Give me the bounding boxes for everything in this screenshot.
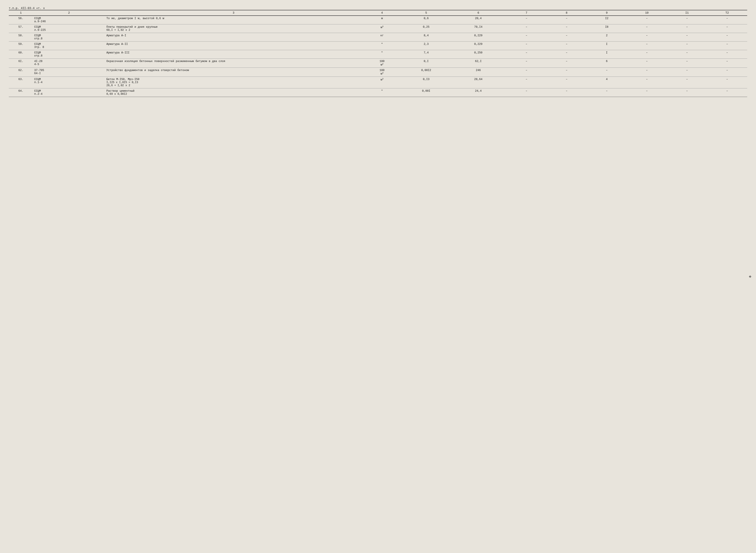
cell-col8: – [547, 88, 587, 97]
cell-col12: – [707, 42, 747, 50]
cell-unit: кг [362, 33, 402, 42]
cell-num: 6I. [9, 59, 33, 68]
table-row: 58. ССЦМотр.8 Арматура А-I кг 8,4 0,229 … [9, 33, 747, 42]
table-row: 6I. 4I-284-5 Окрасочная изоляция бетонны… [9, 59, 747, 68]
cell-col11: – [667, 24, 707, 33]
cell-code: ССЦМл.9-225 [33, 24, 105, 33]
cell-col9: 2 [587, 33, 627, 42]
cell-desc: Окрасочная изоляция бетонных поверхносте… [105, 59, 362, 68]
cell-col12: – [707, 33, 747, 42]
cell-desc: Бетон М-I50, Мрз-I50I,I25 x I,0I5 = 0,I3… [105, 77, 362, 88]
cell-col11: – [667, 88, 707, 97]
cell-num: 64. [9, 88, 33, 97]
cell-col7: – [506, 77, 546, 88]
col-header-7: 7 [506, 10, 546, 16]
cell-col5: 7,4 [402, 50, 450, 59]
col-header-8: 8 [547, 10, 587, 16]
cell-code: ССЦМотр.8 [33, 50, 105, 59]
column-headers: 1 2 3 4 5 6 7 8 9 10 I1 T2 [9, 10, 747, 16]
cell-col12: – [707, 16, 747, 24]
cell-col8: – [547, 59, 587, 68]
cell-code: ССЦМотр.8 [33, 33, 105, 42]
table-row: 56. ССЦМа.9-246 То же, диаметром I м, вы… [9, 16, 747, 24]
cell-col9: I2 [587, 16, 627, 24]
cell-col10: – [627, 50, 667, 59]
cell-col5: 0,I3 [402, 77, 450, 88]
main-table: 1 2 3 4 5 6 7 8 9 10 I1 T2 56. ССЦМа.9-2… [9, 10, 747, 97]
cell-col10: – [627, 16, 667, 24]
cell-col9: I [587, 42, 627, 50]
cell-col7: – [506, 68, 546, 77]
cell-col10: – [627, 88, 667, 97]
cell-col6: 0,229 [450, 42, 506, 50]
cell-col8: – [547, 33, 587, 42]
cell-col7: – [506, 16, 546, 24]
cell-col9: I [587, 50, 627, 59]
table-row: 63. ССЦМп.1-4 Бетон М-I50, Мрз-I50I,I25 … [9, 77, 747, 88]
cell-desc: То же, диаметром I м, высотой 0,6 м [105, 16, 362, 24]
cell-col8: – [547, 68, 587, 77]
cell-col8: – [547, 16, 587, 24]
cell-col11: – [667, 42, 707, 50]
cell-col5: 0,00I2 [402, 68, 450, 77]
cell-col8: – [547, 77, 587, 88]
cell-unit: 100м2 [362, 59, 402, 68]
cell-col6: 24,4 [450, 88, 506, 97]
cell-col11: – [667, 33, 707, 42]
cell-num: 62. [9, 68, 33, 77]
cell-col5: 0,25 [402, 24, 450, 33]
cell-num: 56. [9, 16, 33, 24]
cell-num: 63. [9, 77, 33, 88]
cell-col10: – [627, 42, 667, 50]
cell-desc: Арматура А-III [105, 50, 362, 59]
cell-code: ССЦМ3тр. 8 [33, 42, 105, 50]
cell-code: 37-70564-I [33, 68, 105, 77]
cell-col6: 0,250 [450, 50, 506, 59]
cell-col5: 2,3 [402, 42, 450, 50]
cell-col11: – [667, 16, 707, 24]
cell-col9: 4 [587, 77, 627, 88]
col-header-4: 4 [362, 10, 402, 16]
cell-unit: " [362, 88, 402, 97]
cell-col8: – [547, 50, 587, 59]
cell-code: ССЦМп.1-4 [33, 77, 105, 88]
cell-num: 58. [9, 33, 33, 42]
cell-unit: 100м3 [362, 68, 402, 77]
cell-unit: м [362, 16, 402, 24]
col-header-6: 6 [450, 10, 506, 16]
cell-col6: 70,I4 [450, 24, 506, 33]
cell-code: ССЦМа.9-246 [33, 16, 105, 24]
cell-col6: 62,I [450, 59, 506, 68]
col-header-10: 10 [627, 10, 667, 16]
cell-desc: Арматура А-II [105, 42, 362, 50]
cell-col5: 0,I [402, 59, 450, 68]
cell-col10: – [627, 77, 667, 88]
cell-col6: 0,229 [450, 33, 506, 42]
col-header-12: T2 [707, 10, 747, 16]
cell-unit: " [362, 42, 402, 50]
cell-col11: – [667, 68, 707, 77]
table-row: 59. ССЦМ3тр. 8 Арматура А-II " 2,3 0,229… [9, 42, 747, 50]
cell-desc: Раствор цементный0,69 x 0,00I2 [105, 88, 362, 97]
cell-col12: – [707, 68, 747, 77]
cell-code: 4I-284-5 [33, 59, 105, 68]
col-header-1: 1 [9, 10, 33, 16]
cell-desc: Плиты перекрытий и дния крупные60,I + I,… [105, 24, 362, 33]
cell-code: ССЦМп.2-4 [33, 88, 105, 97]
cell-col5: 0,00I [402, 88, 450, 97]
col-header-9: 9 [587, 10, 627, 16]
table-row: 64. ССЦМп.2-4 Раствор цементный0,69 x 0,… [9, 88, 747, 97]
cell-col7: – [506, 59, 546, 68]
cell-col10: – [627, 33, 667, 42]
table-row: 60. ССЦМотр.8 Арматура А-III " 7,4 0,250… [9, 50, 747, 59]
cell-col9: 6 [587, 59, 627, 68]
cell-col10: – [627, 24, 667, 33]
cell-col11: – [667, 59, 707, 68]
col-header-11: I1 [667, 10, 707, 16]
cell-col10: – [627, 68, 667, 77]
header-title: т.п.р. 4II-03-4 «т. х [9, 7, 45, 10]
cell-col7: – [506, 42, 546, 50]
cell-col8: – [547, 24, 587, 33]
cell-num: 57. [9, 24, 33, 33]
cell-col12: – [707, 59, 747, 68]
